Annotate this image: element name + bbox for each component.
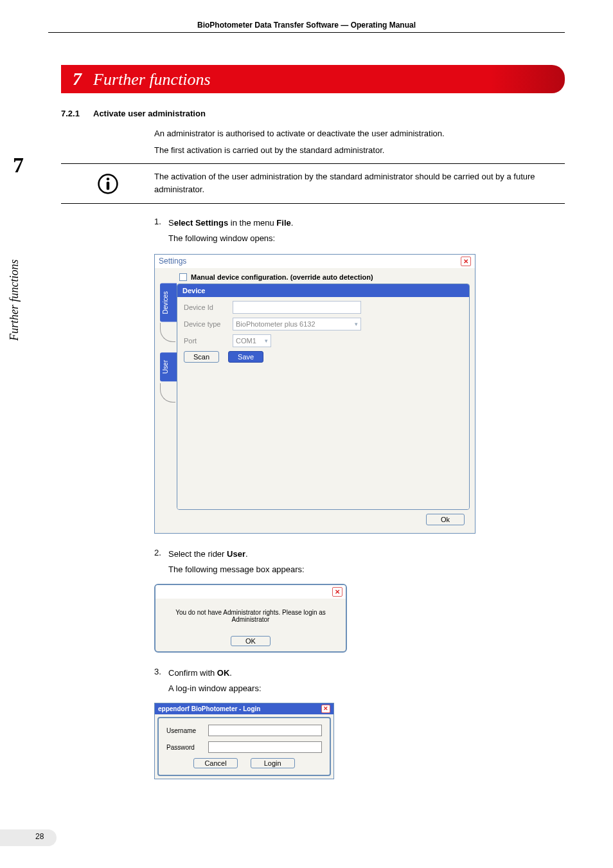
device-type-label: Device type	[184, 320, 227, 328]
dialog-title: Settings	[159, 257, 186, 266]
step-2-after: The following message box appears:	[154, 563, 565, 576]
step-2: 2. Select the rider User.	[154, 548, 565, 561]
port-label: Port	[184, 337, 227, 345]
header-rule	[48, 32, 565, 33]
info-note: The activation of the user administratio…	[61, 170, 565, 196]
settings-dialog: Settings ✕ Manual device configuration. …	[154, 254, 475, 534]
step-after-text: The following window opens:	[168, 232, 565, 245]
section-heading: 7.2.1Activate user administration	[61, 109, 565, 118]
svg-rect-2	[106, 182, 109, 190]
step-text: Select the rider User.	[168, 548, 565, 561]
chevron-down-icon: ▾	[265, 338, 268, 344]
t: File	[276, 218, 290, 228]
save-button[interactable]: Save	[228, 351, 263, 363]
message-box: ✕ You do not have Administrator rights. …	[154, 584, 347, 653]
t: Confirm with	[168, 668, 217, 678]
login-button[interactable]: Login	[251, 758, 295, 768]
login-title-text: eppendorf BioPhotometer - Login	[158, 705, 260, 712]
device-type-select[interactable]: BioPhotometer plus 6132▾	[233, 318, 361, 330]
chapter-title: Further functions	[93, 70, 211, 89]
step-1: 1. Select Settings in the menu File.	[154, 217, 565, 230]
t: elect Settings	[174, 218, 229, 228]
tab-curve	[160, 323, 175, 342]
msgbox-ok-button[interactable]: OK	[231, 636, 271, 646]
password-label: Password	[166, 744, 202, 751]
msgbox-titlebar: ✕	[155, 585, 346, 599]
svg-point-1	[106, 177, 109, 180]
t: in the menu	[228, 218, 276, 228]
close-icon[interactable]: ✕	[461, 257, 471, 266]
checkbox-label: Manual device configuration. (override a…	[191, 273, 373, 281]
section-title: Activate user administration	[93, 109, 206, 118]
v: COM1	[236, 337, 256, 345]
ok-button[interactable]: Ok	[426, 514, 465, 525]
step-3-after: A log-in window appears:	[154, 682, 565, 695]
page-number: 28	[35, 832, 44, 841]
login-dialog: eppendorf BioPhotometer - Login ✕ Userna…	[154, 703, 334, 779]
tab-curve	[160, 383, 175, 402]
t: OK	[217, 668, 230, 678]
panel-heading: Device	[177, 284, 469, 297]
info-text: The activation of the user administratio…	[154, 170, 565, 196]
tab-devices[interactable]: Devices	[160, 284, 177, 322]
device-id-label: Device Id	[184, 303, 227, 311]
t: User	[227, 549, 245, 559]
page-number-bg	[0, 829, 57, 846]
dialog-titlebar: Settings ✕	[155, 255, 475, 268]
step-3: 3. Confirm with OK.	[154, 667, 565, 680]
t: .	[245, 549, 248, 559]
tab-panel-devices: Device Device Id Device type BioPhotomet…	[177, 284, 470, 510]
section-para-2: The first activation is carried out by t…	[154, 144, 565, 157]
cancel-button[interactable]: Cancel	[193, 758, 237, 768]
msgbox-text: You do not have Administrator rights. Pl…	[162, 609, 339, 623]
chapter-banner: 7 Further functions	[61, 65, 565, 93]
manual-config-option[interactable]: Manual device configuration. (override a…	[179, 273, 470, 281]
close-icon[interactable]: ✕	[332, 587, 342, 597]
divider	[61, 163, 565, 164]
section-number: 7.2.1	[61, 109, 93, 118]
step-number: 3.	[154, 667, 168, 680]
chevron-down-icon: ▾	[355, 321, 358, 327]
t: .	[229, 668, 232, 678]
chapter-number: 7	[73, 69, 82, 89]
step-text: Confirm with OK.	[168, 667, 565, 680]
username-input[interactable]	[208, 725, 322, 736]
checkbox-icon[interactable]	[179, 273, 187, 281]
port-select[interactable]: COM1▾	[233, 334, 271, 347]
step-text: Select Settings in the menu File.	[168, 217, 565, 230]
close-icon[interactable]: ✕	[321, 705, 330, 713]
step-after-text: The following message box appears:	[168, 563, 565, 576]
password-input[interactable]	[208, 741, 322, 753]
t: .	[291, 218, 294, 228]
info-icon	[61, 170, 154, 195]
t: S	[168, 218, 174, 228]
margin-chapter-number: 7	[13, 153, 24, 177]
section-para-1: An administrator is authorised to activa…	[154, 127, 565, 140]
t: Select the rider	[168, 549, 227, 559]
login-titlebar: eppendorf BioPhotometer - Login ✕	[155, 703, 333, 714]
step-number: 1.	[154, 217, 168, 230]
running-header: BioPhotometer Data Transfer Software — O…	[0, 0, 613, 32]
step-after-text: A log-in window appears:	[168, 682, 565, 695]
step-1-after: The following window opens:	[154, 232, 565, 245]
username-label: Username	[166, 727, 202, 734]
divider	[61, 203, 565, 204]
scan-button[interactable]: Scan	[184, 351, 219, 363]
device-id-input[interactable]	[233, 301, 361, 314]
margin-chapter-label: Further functions	[8, 260, 21, 341]
step-number: 2.	[154, 548, 168, 561]
v: BioPhotometer plus 6132	[236, 320, 315, 328]
tab-user[interactable]: User	[160, 352, 177, 381]
